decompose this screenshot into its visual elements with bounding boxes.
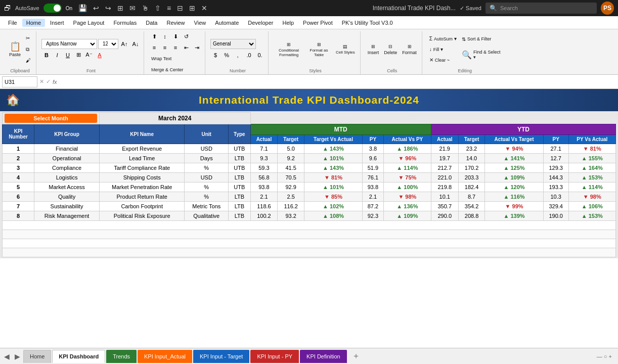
menu-view[interactable]: View: [190, 19, 210, 27]
percent-button[interactable]: %: [222, 50, 232, 60]
merge-row: Merge & Center: [149, 65, 202, 75]
format-as-table-button[interactable]: ⊞ Format as Table: [305, 34, 333, 65]
increase-decimal-button[interactable]: .0: [244, 50, 254, 60]
mtd-actual-cell: 56.8: [250, 173, 278, 183]
kpi-group-cell: Market Access: [34, 183, 100, 192]
underline-button[interactable]: U: [63, 50, 73, 60]
format-button[interactable]: ⊞ Format: [400, 34, 419, 65]
menu-formulas[interactable]: Formulas: [109, 19, 141, 27]
fill-color-button[interactable]: A⁻: [84, 50, 94, 60]
autosum-dropdown[interactable]: ▾: [454, 36, 457, 41]
indent-increase-button[interactable]: ⇥: [192, 42, 202, 53]
sort-filter-button[interactable]: ⇅ Sort & Filter: [460, 34, 503, 44]
cursor-icon[interactable]: 🖱: [140, 3, 151, 13]
mtd-py-cell: 93.8: [362, 183, 383, 192]
fill-dropdown[interactable]: ▾: [440, 47, 443, 52]
menu-page-layout[interactable]: Page Layout: [69, 19, 109, 27]
cell-styles-button[interactable]: ▤ Cell Styles: [334, 34, 357, 65]
mtd-py-cell: 51.9: [362, 163, 383, 173]
profile-avatar[interactable]: PS: [601, 2, 614, 15]
autosave-toggle[interactable]: [43, 4, 62, 13]
menu-review[interactable]: Review: [162, 19, 189, 27]
mail-icon[interactable]: ✉: [127, 3, 138, 13]
menu-icon[interactable]: ≡: [165, 3, 173, 13]
conditional-formatting-button[interactable]: ⊞ Conditional Formatting: [274, 34, 304, 65]
delete-button[interactable]: ⊟ Delete: [382, 34, 399, 65]
wrap-text-button[interactable]: Wrap Text: [149, 54, 173, 64]
table-cell: ▲ 143%: [304, 163, 363, 173]
maximize-icon[interactable]: ⊞: [187, 3, 197, 13]
tab-prev-button[interactable]: ◀: [2, 352, 12, 360]
sheet-tab-kpi-input-actual[interactable]: KPI Input_Actual: [138, 350, 192, 363]
sheet-tab-kpi-input-target[interactable]: KPI Input - Target: [193, 350, 249, 363]
menu-pk-utility[interactable]: PK's Utility Tool V3.0: [338, 19, 397, 27]
align-top-button[interactable]: ⬆: [149, 31, 159, 41]
search-box[interactable]: 🔍 Search: [485, 3, 597, 14]
formula-input[interactable]: [59, 76, 616, 87]
find-dropdown[interactable]: ▾: [473, 55, 501, 60]
decrease-decimal-button[interactable]: 0.: [255, 50, 265, 60]
menu-help[interactable]: Help: [278, 19, 298, 27]
currency-button[interactable]: $: [210, 50, 220, 60]
grid-icon[interactable]: ⊞: [115, 3, 125, 13]
select-month-button[interactable]: Select Month: [5, 114, 97, 123]
align-right-button[interactable]: ≡: [170, 42, 181, 53]
fill-button[interactable]: ↓ Fill ▾: [427, 44, 459, 55]
save-icon[interactable]: 💾: [76, 3, 89, 13]
sheet-tab-home[interactable]: Home: [23, 350, 51, 363]
number-format-select[interactable]: General: [210, 39, 256, 49]
sheet-tab-kpi-dashboard[interactable]: KPI Dashboard: [52, 350, 105, 363]
kpi-name-cell: Shipping Costs: [99, 173, 184, 183]
find-select-button[interactable]: 🔍 Find & Select ▾: [460, 44, 503, 65]
sheet-tab-kpi-input-py[interactable]: KPI Input - PY: [250, 350, 299, 363]
insert-button[interactable]: ⊞ Insert: [366, 34, 381, 65]
kpi-group-cell: Operational: [34, 154, 100, 163]
kpi-name-cell: Carbon Footprint: [99, 202, 184, 211]
menu-automate[interactable]: Automate: [211, 19, 243, 27]
cut-button[interactable]: ✂: [24, 33, 33, 43]
clear-button[interactable]: ✕ Clear ~: [427, 55, 459, 65]
increase-font-button[interactable]: A↑: [119, 39, 129, 49]
align-bottom-button[interactable]: ⬇: [170, 31, 181, 41]
sheet-tab-kpi-definition[interactable]: KPI Definition: [300, 350, 347, 363]
font-name-select[interactable]: Aptos Narrow: [41, 39, 97, 49]
kpi-group-cell: Sustainability: [34, 202, 100, 211]
mtd-target-cell: 92.9: [278, 183, 304, 192]
align-middle-button[interactable]: ↕: [160, 31, 170, 41]
add-sheet-button[interactable]: ＋: [348, 351, 364, 361]
menu-data[interactable]: Data: [142, 19, 161, 27]
italic-button[interactable]: I: [52, 50, 62, 60]
indent-decrease-button[interactable]: ⇤: [181, 42, 191, 53]
header-ytd-actual: Actual: [431, 135, 458, 144]
menu-file[interactable]: File: [4, 19, 21, 27]
paste-button[interactable]: 📋 Paste: [7, 34, 23, 65]
menu-power-pivot[interactable]: Power Pivot: [299, 19, 337, 27]
font-color-button[interactable]: A: [95, 50, 105, 60]
menu-insert[interactable]: Insert: [46, 19, 68, 27]
align-left-button[interactable]: ≡: [149, 42, 159, 53]
menu-developer[interactable]: Developer: [244, 19, 277, 27]
close-icon[interactable]: ✕: [199, 3, 209, 13]
share-icon[interactable]: ⇧: [153, 3, 163, 13]
comma-button[interactable]: ,: [233, 50, 243, 60]
kpi-group-cell: Quality: [34, 192, 100, 202]
undo-icon[interactable]: ↩: [91, 3, 101, 13]
redo-icon[interactable]: ↪: [103, 3, 113, 13]
format-painter-button[interactable]: 🖌: [24, 56, 33, 66]
home-icon[interactable]: 🏠: [6, 94, 20, 107]
tab-next-button[interactable]: ▶: [13, 352, 22, 360]
menu-home[interactable]: Home: [22, 19, 45, 27]
table-cell: ▲ 143%: [304, 144, 363, 154]
sheet-tab-trends[interactable]: Trends: [106, 350, 137, 363]
autosum-button[interactable]: Σ AutoSum ▾: [427, 34, 459, 44]
minimize-icon[interactable]: ⊟: [175, 3, 185, 13]
border-button[interactable]: ⊞: [73, 50, 83, 60]
decrease-font-button[interactable]: A↓: [130, 39, 141, 49]
font-size-select[interactable]: 12: [98, 39, 118, 49]
bold-button[interactable]: B: [41, 50, 52, 60]
merge-center-button[interactable]: Merge & Center: [149, 65, 186, 75]
copy-button[interactable]: ⧉: [24, 44, 33, 55]
align-center-button[interactable]: ≡: [160, 42, 170, 53]
text-direction-button[interactable]: ↺: [181, 31, 191, 41]
cell-reference[interactable]: U31: [2, 76, 37, 87]
